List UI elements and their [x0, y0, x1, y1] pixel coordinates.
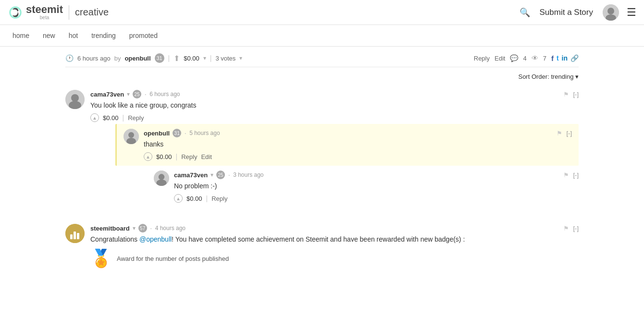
svg-point-7 — [128, 132, 134, 138]
reply-1-inner: openbull 31 · 5 hours ago ⚑ [-] thanks — [124, 129, 572, 161]
post-payout: $0.00 — [184, 55, 199, 62]
search-icon[interactable]: 🔍 — [520, 7, 530, 18]
post-meta-row: 🕐 6 hours ago by openbull 31 | ⬆ $0.00 ▾… — [65, 47, 579, 67]
flag-icon-4[interactable]: ⚑ — [563, 225, 569, 232]
flag-icon-1[interactable]: ⚑ — [563, 91, 569, 98]
sort-order-label: Sort Order: — [518, 73, 549, 80]
post-author[interactable]: openbull — [124, 55, 150, 62]
steemit-logo-icon — [8, 5, 23, 20]
reply-1-actions-right: ⚑ [-] — [557, 130, 572, 137]
comment-2-body: steemitboard ▾ 57 · 4 hours ago ⚑ [-] Co… — [90, 224, 579, 269]
app-header: steemit beta creative 🔍 Submit a Story ☰ — [0, 0, 644, 25]
copy-link-icon[interactable]: 🔗 — [570, 54, 579, 62]
comment-1-rep: 25 — [133, 90, 141, 98]
comments-section: cama73ven ▾ 25 · 6 hours ago ⚑ [-] You l… — [65, 84, 579, 284]
reply-2: cama73ven ▾ 25 · 3 hours ago ⚑ [-] No — [143, 166, 579, 208]
collapse-btn-2[interactable]: [-] — [566, 130, 572, 137]
logo[interactable]: steemit beta — [8, 4, 63, 20]
flag-icon-3[interactable]: ⚑ — [563, 171, 569, 179]
reply-2-reply-button[interactable]: Reply — [211, 195, 227, 202]
post-edit-button[interactable]: Edit — [495, 55, 505, 62]
reply-2-author[interactable]: cama73ven — [174, 171, 208, 179]
comment-2-author[interactable]: steemitboard — [90, 225, 130, 232]
sort-order-value[interactable]: trending — [551, 73, 573, 80]
svg-rect-13 — [70, 234, 73, 239]
comment-2-header: steemitboard ▾ 57 · 4 hours ago ⚑ [-] — [90, 224, 579, 232]
reply-2-actions-right: ⚑ [-] — [563, 171, 579, 179]
comment-1-reply-button[interactable]: Reply — [128, 114, 144, 122]
main-nav: home new hot trending promoted — [0, 25, 644, 47]
main-content: 🕐 6 hours ago by openbull 31 | ⬆ $0.00 ▾… — [58, 47, 586, 284]
reply-2-upvote[interactable]: ▲ — [174, 194, 183, 203]
reply-2-avatar — [154, 171, 169, 186]
nav-item-hot[interactable]: hot — [62, 25, 85, 46]
award-icon: 🏅 — [90, 248, 112, 269]
nav-item-trending[interactable]: trending — [85, 25, 123, 46]
award-badge: 🏅 Award for the number of posts publishe… — [90, 248, 579, 269]
submit-story-button[interactable]: Submit a Story — [540, 8, 594, 17]
sort-order: Sort Order: trending ▾ — [65, 67, 579, 84]
reply-1-author[interactable]: openbull — [144, 130, 170, 137]
reply-2-time: 3 hours ago — [233, 171, 263, 178]
reply-2-inner: cama73ven ▾ 25 · 3 hours ago ⚑ [-] No — [143, 171, 579, 203]
flag-icon-2[interactable]: ⚑ — [557, 130, 562, 137]
votes-dropdown-icon[interactable]: ▾ — [239, 55, 242, 61]
comment-2-time: 4 hours ago — [155, 225, 186, 232]
header-divider — [69, 5, 69, 20]
reply-1-avatar — [124, 129, 139, 144]
reply-2-author-dropdown[interactable]: ▾ — [211, 171, 213, 178]
award-text: Award for the number of posts published — [117, 255, 229, 262]
logo-text: steemit — [26, 3, 63, 15]
collapse-btn-4[interactable]: [-] — [573, 225, 579, 232]
comment-1-time: 6 hours ago — [149, 91, 180, 98]
clock-icon: 🕐 — [65, 54, 74, 62]
reply-1-reply-button[interactable]: Reply — [181, 153, 197, 160]
collapse-btn-3[interactable]: [-] — [573, 171, 579, 179]
upvote-circle-icon-1: ▲ — [90, 113, 99, 122]
facebook-share-icon[interactable]: f — [551, 54, 554, 62]
dot-4: · — [150, 224, 152, 232]
reply-1-footer: ▲ $0.00 | Reply Edit — [144, 152, 572, 161]
reply-2-header: cama73ven ▾ 25 · 3 hours ago ⚑ [-] — [174, 171, 579, 179]
comment-icon: 💬 — [510, 54, 518, 62]
votes-count: 3 votes — [215, 55, 235, 62]
logo-beta: beta — [26, 15, 63, 20]
collapse-btn-1[interactable]: [-] — [573, 91, 579, 98]
reply-1-edit-button[interactable]: Edit — [201, 153, 211, 160]
upvote-button[interactable]: ⬆ — [173, 54, 180, 63]
comment-2-mention: @openbull — [139, 235, 172, 243]
comment-1-author-dropdown[interactable]: ▾ — [127, 91, 130, 98]
comment-1: cama73ven ▾ 25 · 6 hours ago ⚑ [-] You l… — [65, 84, 579, 213]
post-time: 6 hours ago — [77, 55, 111, 62]
post-reply-button[interactable]: Reply — [474, 55, 490, 62]
indent-dot — [143, 171, 149, 171]
comment-2: steemitboard ▾ 57 · 4 hours ago ⚑ [-] Co… — [65, 218, 579, 274]
nav-item-new[interactable]: new — [36, 25, 62, 46]
svg-point-1 — [607, 8, 614, 14]
reply-1: openbull 31 · 5 hours ago ⚑ [-] thanks — [115, 124, 579, 166]
twitter-share-icon[interactable]: t — [557, 54, 559, 62]
comment-1-upvote[interactable]: ▲ — [90, 113, 99, 122]
pipe-4: | — [176, 153, 178, 160]
category-label: creative — [75, 7, 109, 18]
nav-item-promoted[interactable]: promoted — [123, 25, 164, 46]
avatar-icon — [124, 129, 139, 144]
sort-dropdown-icon[interactable]: ▾ — [575, 73, 579, 80]
comment-1-author[interactable]: cama73ven — [90, 91, 124, 98]
eye-icon: 👁 — [532, 54, 538, 62]
author-rep-badge: 31 — [155, 53, 164, 63]
pipe-separator-2: | — [210, 54, 212, 62]
reply-1-upvote[interactable]: ▲ — [144, 152, 152, 161]
comment-1-body: cama73ven ▾ 25 · 6 hours ago ⚑ [-] You l… — [90, 90, 579, 208]
comment-1-footer: ▲ $0.00 | Reply — [90, 113, 579, 122]
avatar[interactable] — [603, 4, 619, 21]
avatar-icon — [603, 4, 619, 21]
nav-item-home[interactable]: home — [6, 25, 36, 46]
linkedin-share-icon[interactable]: in — [562, 54, 568, 62]
payout-dropdown-icon[interactable]: ▾ — [203, 55, 206, 61]
upvote-arrow-icon: ⬆ — [173, 54, 180, 63]
hamburger-menu-icon[interactable]: ☰ — [627, 6, 636, 19]
comment-2-author-dropdown[interactable]: ▾ — [133, 225, 136, 232]
post-meta-left: 🕐 6 hours ago by openbull 31 | ⬆ $0.00 ▾… — [65, 53, 469, 63]
reply-2-rep: 25 — [216, 171, 225, 179]
